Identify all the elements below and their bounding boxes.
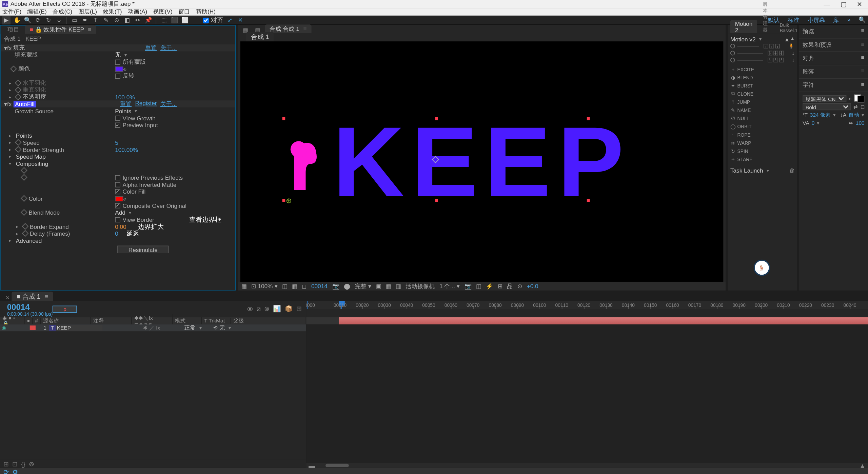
section-effects-presets[interactable]: 效果和预设≡ [799,39,868,52]
tool-pen[interactable]: ✒ [81,16,89,24]
menu-bar[interactable]: 文件(F) 编辑(E) 合成(C) 图层(L) 效果(T) 动画(A) 视图(V… [0,8,868,16]
anchor-mr[interactable]: ┤ [779,51,784,56]
section-preview[interactable]: 预览≡ [799,25,868,39]
motion-blur-icon[interactable]: ⊚ [264,305,269,313]
tracking-value[interactable]: 100 [856,120,865,126]
section-paragraph[interactable]: 段落≡ [799,65,868,79]
transparency-grid-icon[interactable]: ▦ [292,283,297,289]
anchor-ml[interactable]: ├ [767,51,772,56]
motion-clone-button[interactable]: ⧉CLONE [730,91,762,98]
tool-worldaxis[interactable]: ⬛ [170,16,178,24]
motion-blend-button[interactable]: ◑BLEND [730,74,762,81]
stopwatch-icon[interactable] [22,230,28,236]
tool-rect[interactable]: ▭ [71,16,79,24]
status-refresh-icon[interactable]: ⟳ [3,468,8,474]
roi-icon[interactable]: ▣ [376,283,381,289]
stopwatch-icon[interactable] [15,94,21,100]
motion-excite-button[interactable]: ＋EXCITE [730,66,762,73]
task-launch-dropdown[interactable]: Task Launch [730,167,786,174]
kerning-value[interactable]: 0 [812,120,815,126]
border-strength-value[interactable]: 100.00% [115,146,138,153]
exposure-value[interactable]: +0.0 [527,283,538,289]
zoom-thumb[interactable] [326,464,349,467]
tool-localaxis[interactable]: ⬚ [160,16,168,24]
compositing-label[interactable]: Compositing [16,160,48,166]
menu-view[interactable]: 视图(V) [153,7,172,16]
frame-blend-icon[interactable]: ⧄ [257,305,261,313]
workspace-more-icon[interactable]: » [847,16,851,24]
resolution-dropdown[interactable]: 完整 ▾ [355,282,371,290]
pickwhip-icon[interactable]: ⟲ [213,325,218,331]
layer-color-label[interactable] [30,325,36,330]
tool-roto[interactable]: ✂ [134,16,142,24]
tool-eraser[interactable]: ◧ [123,16,131,24]
preview-input-checkbox[interactable] [115,122,120,127]
motion-burst-button[interactable]: ✦BURST [730,82,762,90]
no-color-icon[interactable]: ◻ [861,104,865,110]
motion-slider[interactable] [737,60,763,60]
comp-inner-tab[interactable]: 合成 1 [246,32,274,42]
selection-handle[interactable] [282,117,285,120]
fill-color-swatch[interactable] [115,66,123,71]
anchor-br[interactable]: ┘ [779,58,784,62]
tool-zoom[interactable]: 🔍 [23,16,32,24]
tool-brush[interactable]: ✎ [102,16,110,24]
tab-close-icon[interactable]: ≡ [88,26,91,33]
font-size-value[interactable]: 324 像素 [810,111,831,119]
grid-icon[interactable]: ▦ [386,283,391,289]
menu-window[interactable]: 窗口 [178,7,190,16]
layer-trkmat-dropdown[interactable]: 无 [219,324,231,332]
fast-preview-icon[interactable]: ⚡ [486,283,493,289]
motion-jump-button[interactable]: ⇡JUMP [730,99,762,106]
stopwatch-icon[interactable] [15,80,21,86]
timeline-close-icon[interactable]: × [3,294,12,301]
tool-text[interactable]: T [92,16,100,24]
invert-checkbox[interactable] [115,73,120,78]
growth-source-dropdown[interactable]: Points [115,107,137,114]
close-button[interactable]: ✕ [857,1,862,7]
lock-icon[interactable]: 🔒 [35,26,42,33]
alpha-matte-checkbox[interactable] [115,182,120,187]
selection-handle[interactable] [587,117,590,120]
swap-colors-icon[interactable]: ⇄ [853,104,858,110]
motion-figure-icon[interactable]: 🧍 [788,43,794,49]
font-family-dropdown[interactable]: 思源黑体 CN [803,95,846,102]
workspace-small[interactable]: 小屏幕 [808,16,825,24]
maximize-button[interactable]: ▢ [841,1,846,7]
comp-text-layer[interactable]: KEEP [333,104,631,219]
motion-orbit-button[interactable]: ◯ORBIT [730,123,762,130]
menu-help[interactable]: 帮助(H) [196,7,216,16]
selection-handle[interactable] [435,117,438,120]
motion-name-button[interactable]: ✎NAME [730,107,762,114]
keyframe-stopwatch-icon[interactable] [10,65,17,72]
pixel-aspect-icon[interactable]: ◫ [476,283,481,289]
menu-layer[interactable]: 图层(L) [78,7,97,16]
resimulate-button[interactable]: Resimulate [117,245,169,253]
motion-next-icon[interactable]: ↓ [792,57,794,63]
autofill-reset-link[interactable]: 重置 [120,100,131,108]
motion-slider-radio[interactable] [730,58,735,62]
trash-icon[interactable]: 🗑 [789,167,794,173]
section-character[interactable]: 字符≡ [799,79,868,92]
menu-effect[interactable]: 效果(T) [103,7,122,16]
tool-orbit[interactable]: ⟳ [34,16,42,24]
workspace-library[interactable]: 库 [833,16,839,24]
status-settings-icon[interactable]: ⚙ [12,468,18,474]
draft3d-icon[interactable]: 📦 [285,305,293,313]
tool-rotate[interactable]: ↻ [44,16,53,24]
brainstorm-icon[interactable]: ⊞ [296,305,301,313]
trkmat-header[interactable]: T TrkMat [202,318,231,324]
stopwatch-icon[interactable] [15,139,21,145]
minimize-button[interactable]: — [824,1,830,7]
selection-handle[interactable] [587,199,590,202]
composition-viewer[interactable]: KEEP ⊕ [240,41,723,282]
stopwatch-icon[interactable] [22,223,28,230]
search-help-icon[interactable]: 🔍 [859,16,866,24]
magnification-icon[interactable]: ▦ [241,283,246,289]
magnification-dropdown[interactable]: ⊡100% ▾ [251,283,277,289]
timeline-search-input[interactable]: ρ [53,305,77,313]
shy-icon[interactable]: 👁 [247,305,253,313]
all-masks-checkbox[interactable] [115,59,120,64]
delay-value[interactable]: 0 [115,230,118,237]
anchor-tl[interactable]: ┌ [764,44,768,48]
